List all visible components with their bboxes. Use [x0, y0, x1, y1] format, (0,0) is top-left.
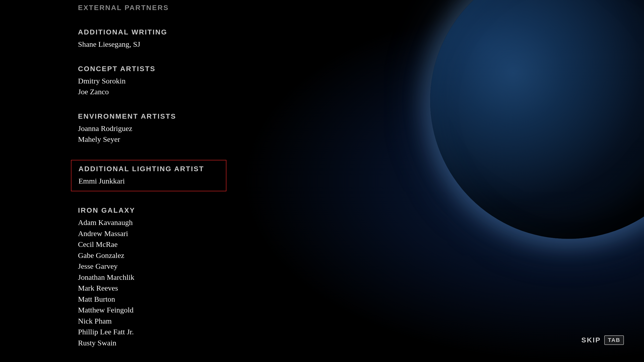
- additional-writing-names: Shane Liesegang, SJ: [78, 39, 226, 50]
- background-scene: [242, 0, 644, 362]
- additional-lighting-artist-role: ADDITIONAL LIGHTING ARTIST: [78, 165, 219, 173]
- name-jonathan: Jonathan Marchlik: [78, 272, 226, 283]
- additional-lighting-artist-section: ADDITIONAL LIGHTING ARTIST Emmi Junkkari: [71, 160, 226, 192]
- name-mark: Mark Reeves: [78, 283, 226, 294]
- name-emmi: Emmi Junkkari: [78, 175, 219, 187]
- environment-artists-section: ENVIRONMENT ARTISTS Joanna Rodriguez Mah…: [78, 112, 226, 145]
- environment-artists-role: ENVIRONMENT ARTISTS: [78, 112, 226, 120]
- name-shane: Shane Liesegang, SJ: [78, 39, 226, 50]
- name-matt: Matt Burton: [78, 294, 226, 305]
- concept-artists-section: CONCEPT ARTISTS Dmitry Sorokin Joe Zanco: [78, 65, 226, 97]
- skip-label: SKIP: [581, 336, 601, 344]
- iron-galaxy-role: IRON GALAXY: [78, 206, 226, 214]
- name-dmitry: Dmitry Sorokin: [78, 75, 226, 86]
- external-partners-section: EXTERNAL PARTNERS: [78, 4, 226, 14]
- planet: [430, 0, 644, 239]
- name-matthew: Matthew Feingold: [78, 304, 226, 315]
- name-joanna: Joanna Rodriguez: [78, 123, 226, 134]
- name-phillip: Phillip Lee Fatt Jr.: [78, 326, 226, 337]
- external-partners-role: EXTERNAL PARTNERS: [78, 4, 226, 12]
- tab-key[interactable]: TAB: [604, 335, 624, 345]
- name-jesse: Jesse Garvey: [78, 261, 226, 272]
- planet-container: [367, 0, 644, 302]
- concept-artists-names: Dmitry Sorokin Joe Zanco: [78, 75, 226, 97]
- name-andrew: Andrew Massari: [78, 228, 226, 239]
- name-nick: Nick Pham: [78, 315, 226, 327]
- name-rusty: Rusty Swain: [78, 337, 226, 348]
- name-mahely: Mahely Seyer: [78, 134, 226, 145]
- name-gabe: Gabe Gonzalez: [78, 250, 226, 261]
- name-adam: Adam Kavanaugh: [78, 217, 226, 228]
- iron-galaxy-section: IRON GALAXY Adam Kavanaugh Andrew Massar…: [78, 206, 226, 348]
- concept-artists-role: CONCEPT ARTISTS: [78, 65, 226, 73]
- additional-writing-section: ADDITIONAL WRITING Shane Liesegang, SJ: [78, 28, 226, 50]
- additional-writing-role: ADDITIONAL WRITING: [78, 28, 226, 36]
- credits-container: EXTERNAL PARTNERS ADDITIONAL WRITING Sha…: [0, 0, 226, 362]
- skip-container[interactable]: SKIP TAB: [581, 335, 624, 345]
- additional-lighting-artist-names: Emmi Junkkari: [78, 175, 219, 187]
- name-joe: Joe Zanco: [78, 86, 226, 97]
- iron-galaxy-names: Adam Kavanaugh Andrew Massari Cecil McRa…: [78, 217, 226, 348]
- environment-artists-names: Joanna Rodriguez Mahely Seyer: [78, 123, 226, 145]
- name-cecil: Cecil McRae: [78, 239, 226, 250]
